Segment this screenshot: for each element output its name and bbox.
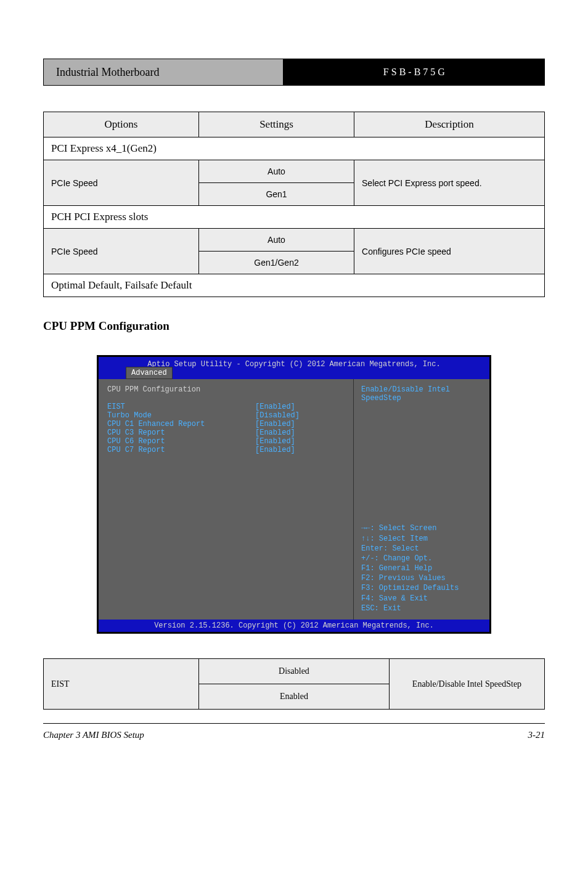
- footer-right: 3-21: [528, 730, 545, 740]
- table1-group1-title: PCI Express x4_1(Gen2): [44, 137, 545, 160]
- bios-titlebar: Aptio Setup Utility - Copyright (C) 2012…: [99, 357, 489, 379]
- table1-head-settings: Settings: [199, 112, 354, 137]
- bios-item-label: EIST: [107, 403, 255, 411]
- table2-setting-1: Enabled: [199, 684, 389, 709]
- bios-key-line-8: ESC: Exit: [361, 604, 482, 613]
- bios-item-0[interactable]: EIST[Enabled]: [107, 403, 345, 411]
- table1-g2-settings: Auto Gen1/Gen2: [199, 229, 354, 274]
- bios-left-heading: CPU PPM Configuration: [107, 385, 345, 394]
- bios-help-text: Enable/Disable Intel SpeedStep: [361, 385, 482, 403]
- options-table-1: Options Settings Description PCI Express…: [43, 112, 545, 297]
- header-right-label: F S B - B 7 5 G: [284, 59, 544, 85]
- bios-item-value: [Enabled]: [255, 420, 295, 428]
- table1-g1-setting-1: Gen1: [199, 183, 354, 205]
- chapter-header-bar: Industrial Motherboard F S B - B 7 5 G: [43, 59, 545, 86]
- footer-left: Chapter 3 AMI BIOS Setup: [43, 730, 144, 740]
- options-table-2: EIST Disabled Enabled Enable/Disable Int…: [43, 658, 545, 710]
- table1-g1-desc: Select PCI Express port speed.: [354, 160, 545, 206]
- bios-footer: Version 2.15.1236. Copyright (C) 2012 Am…: [99, 620, 489, 632]
- bios-item-label: CPU C3 Report: [107, 428, 255, 437]
- bios-key-line-2: Enter: Select: [361, 544, 482, 554]
- table1-g1-setting-0: Auto: [199, 160, 354, 183]
- table1-g2-desc: Configures PCIe speed: [354, 229, 545, 274]
- bottom-rule: [43, 723, 545, 724]
- table1-head-options: Options: [44, 112, 199, 137]
- bios-item-value: [Enabled]: [255, 437, 295, 446]
- page-footer: Chapter 3 AMI BIOS Setup 3-21: [43, 730, 545, 740]
- bios-item-label: Turbo Mode: [107, 411, 255, 420]
- table1-g1-settings: Auto Gen1: [199, 160, 354, 206]
- bios-left-panel: CPU PPM Configuration EIST[Enabled]Turbo…: [99, 379, 354, 620]
- table1-head-desc: Description: [354, 112, 545, 137]
- bios-item-label: CPU C1 Enhanced Report: [107, 420, 255, 428]
- table1-group2-title: PCH PCI Express slots: [44, 206, 545, 229]
- table1-footer-row: Optimal Default, Failsafe Default: [44, 274, 545, 297]
- bios-item-2[interactable]: CPU C1 Enhanced Report[Enabled]: [107, 420, 345, 428]
- bios-item-value: [Enabled]: [255, 428, 295, 437]
- bios-right-panel: Enable/Disable Intel SpeedStep →←: Selec…: [354, 379, 489, 620]
- bios-screenshot: Aptio Setup Utility - Copyright (C) 2012…: [97, 355, 491, 634]
- bios-tab-advanced[interactable]: Advanced: [126, 367, 173, 379]
- table1-g2-rowlabel: PCIe Speed: [44, 229, 199, 274]
- bios-key-line-4: F1: General Help: [361, 563, 482, 573]
- bios-key-line-6: F3: Optimized Defaults: [361, 583, 482, 593]
- bios-item-3[interactable]: CPU C3 Report[Enabled]: [107, 428, 345, 437]
- table1-g2-setting-0: Auto: [199, 229, 354, 252]
- bios-item-value: [Enabled]: [255, 446, 295, 454]
- bios-item-value: [Enabled]: [255, 403, 295, 411]
- bios-key-line-0: →←: Select Screen: [361, 523, 482, 533]
- bios-item-label: CPU C7 Report: [107, 446, 255, 454]
- table2-rowlabel: EIST: [44, 659, 199, 710]
- table1-g2-setting-1: Gen1/Gen2: [199, 252, 354, 274]
- bios-key-line-5: F2: Previous Values: [361, 573, 482, 583]
- bios-key-line-7: F4: Save & Exit: [361, 594, 482, 604]
- section-heading: CPU PPM Configuration: [43, 319, 545, 333]
- bios-item-value: [Disabled]: [255, 411, 300, 420]
- table1-g1-rowlabel: PCIe Speed: [44, 160, 199, 206]
- bios-item-5[interactable]: CPU C7 Report[Enabled]: [107, 446, 345, 454]
- table2-setting-0: Disabled: [199, 659, 389, 684]
- bios-key-hints: →←: Select Screen↑↓: Select ItemEnter: S…: [361, 523, 482, 613]
- table2-desc: Enable/Disable Intel SpeedStep: [389, 659, 544, 710]
- bios-item-4[interactable]: CPU C6 Report[Enabled]: [107, 437, 345, 446]
- bios-item-label: CPU C6 Report: [107, 437, 255, 446]
- bios-item-1[interactable]: Turbo Mode[Disabled]: [107, 411, 345, 420]
- table2-settings: Disabled Enabled: [199, 659, 390, 710]
- bios-key-line-1: ↑↓: Select Item: [361, 534, 482, 544]
- header-left-label: Industrial Motherboard: [44, 59, 284, 85]
- bios-key-line-3: +/-: Change Opt.: [361, 554, 482, 563]
